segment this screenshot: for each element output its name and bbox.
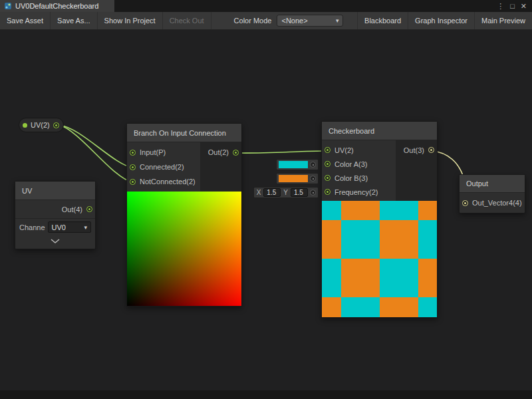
checkerboard-frequency-label: Frequency(2): [334, 188, 378, 196]
graph-inspector-toggle-button[interactable]: Graph Inspector: [408, 12, 474, 29]
frequency-y-label: Y: [283, 189, 289, 196]
checkerboard-node-preview: [322, 201, 437, 317]
window-menu-icon[interactable]: ⋮: [497, 3, 504, 10]
checker-cell: [322, 259, 341, 297]
checkerboard-uv-label: UV(2): [334, 146, 354, 154]
branch-node-inputs: Input(P) Connected(2) NotConnected(2): [127, 142, 200, 192]
main-preview-toggle-button[interactable]: Main Preview: [474, 12, 532, 29]
token-dot-icon: [23, 123, 27, 128]
output-input-row: Out_Vector4(4): [460, 193, 525, 213]
uv-node-title[interactable]: UV: [15, 182, 95, 200]
window-maximize-icon[interactable]: □: [510, 3, 515, 10]
color-mode-value: <None>: [281, 17, 307, 25]
checkerboard-out-port[interactable]: [428, 147, 434, 153]
checkerboard-color-b-label: Color B(3): [334, 174, 368, 182]
branch-input-p-label: Input(P): [140, 148, 166, 156]
checkerboard-uv-port[interactable]: [325, 147, 331, 153]
checker-cell: [341, 201, 380, 220]
asset-tab-title: UV0DefaultCheckerboard: [15, 2, 98, 10]
window-close-icon[interactable]: ✕: [521, 3, 527, 10]
shader-graph-asset-icon: [4, 2, 12, 10]
asset-tab[interactable]: UV0DefaultCheckerboard: [0, 0, 114, 12]
branch-notconnected-port[interactable]: [130, 179, 136, 185]
checker-cell: [418, 297, 437, 317]
uv-channel-row: Channe UV0 ▾: [15, 219, 95, 235]
uv-collapse-row[interactable]: [15, 235, 95, 249]
save-asset-button[interactable]: Save Asset: [0, 12, 51, 29]
window-titlebar: UV0DefaultCheckerboard ⋮ □ ✕: [0, 0, 532, 12]
color-b-control: [276, 173, 319, 184]
edge-uv-to-notconnected[interactable]: [59, 125, 132, 182]
checkerboard-input-row: Color B(3): [322, 171, 396, 185]
uv-token-output-port[interactable]: [53, 122, 59, 128]
collapse-chevron-icon: [49, 238, 61, 244]
color-b-knob-icon[interactable]: [310, 176, 316, 182]
checkerboard-input-row: UV(2): [322, 143, 396, 157]
uv-out-port[interactable]: [86, 206, 92, 212]
checkerboard-frequency-port[interactable]: [325, 189, 331, 195]
uv-output-row: Out(4): [15, 200, 95, 219]
checkerboard-input-row: Color A(3): [322, 157, 396, 171]
edge-uv-to-connected[interactable]: [59, 125, 132, 168]
checkerboard-node-inputs: UV(2) Color A(3) Color B(3) Frequency(2): [322, 140, 396, 201]
branch-out-port[interactable]: [233, 150, 239, 156]
blackboard-toggle-button[interactable]: Blackboard: [357, 12, 408, 29]
checker-cell: [322, 220, 341, 259]
checkerboard-output-row: Out(3): [396, 143, 437, 157]
checkerboard-out-label: Out(3): [404, 146, 424, 154]
checker-cell: [341, 220, 380, 259]
branch-node-title[interactable]: Branch On Input Connection: [127, 124, 241, 142]
branch-notconnected-label: NotConnected(2): [140, 178, 196, 186]
uv-node[interactable]: UV Out(4) Channe UV0 ▾: [15, 181, 96, 249]
frequency-x-label: X: [256, 189, 262, 196]
checker-cell: [341, 297, 380, 317]
color-mode-dropdown[interactable]: <None> ▾: [277, 15, 343, 27]
checker-cell: [380, 220, 418, 259]
uv-redirect-token[interactable]: UV(2): [19, 118, 64, 132]
frequency-knob-icon[interactable]: [310, 190, 316, 196]
checker-cell: [322, 297, 341, 317]
checker-cell: [418, 220, 437, 259]
color-a-knob-icon[interactable]: [310, 162, 316, 168]
branch-node-uv-preview: [127, 192, 241, 306]
frequency-y-field[interactable]: 1.5: [291, 188, 308, 197]
branch-out-label: Out(2): [208, 148, 229, 156]
graph-canvas[interactable]: UV(2) Branch On Input Connection Input(P…: [0, 31, 532, 399]
uv-channel-label: Channe: [19, 223, 45, 231]
output-node-title[interactable]: Output: [460, 175, 525, 193]
uv-channel-dropdown[interactable]: UV0 ▾: [48, 221, 91, 233]
checkerboard-color-a-port[interactable]: [325, 161, 331, 167]
branch-input-p-port[interactable]: [130, 150, 136, 156]
edge-branch-to-checkerboard[interactable]: [236, 151, 327, 153]
checkerboard-node[interactable]: Checkerboard UV(2) Color A(3) Color B(3): [321, 121, 438, 318]
toolbar-right-group: Blackboard Graph Inspector Main Preview: [357, 12, 532, 29]
color-a-swatch[interactable]: [279, 161, 308, 168]
checker-cell: [380, 297, 418, 317]
output-vector4-port[interactable]: [462, 200, 468, 206]
checker-cell: [380, 201, 418, 220]
checkerboard-node-title[interactable]: Checkerboard: [322, 122, 437, 140]
checker-cell: [322, 201, 341, 220]
window-bottom-edge: [0, 390, 532, 399]
checker-cell: [341, 259, 380, 297]
output-node[interactable]: Output Out_Vector4(4): [459, 174, 525, 213]
branch-connected-port[interactable]: [130, 164, 136, 170]
checkerboard-input-row: Frequency(2): [322, 185, 396, 199]
checkerboard-color-a-label: Color A(3): [334, 160, 368, 168]
branch-input-row: Connected(2): [127, 160, 200, 174]
branch-output-row: Out(2): [200, 145, 241, 160]
branch-on-input-connection-node[interactable]: Branch On Input Connection Input(P) Conn…: [126, 123, 242, 307]
uv-token-label: UV(2): [31, 121, 50, 129]
frequency-x-field[interactable]: 1.5: [263, 188, 281, 197]
show-in-project-button[interactable]: Show In Project: [98, 12, 163, 29]
save-as-button[interactable]: Save As...: [51, 12, 98, 29]
branch-input-row: NotConnected(2): [127, 174, 200, 189]
checkerboard-color-b-port[interactable]: [325, 175, 331, 181]
checkerboard-node-outputs: Out(3): [396, 140, 437, 201]
branch-input-row: Input(P): [127, 145, 200, 160]
dropdown-caret-icon: ▾: [336, 17, 339, 24]
color-b-swatch[interactable]: [279, 175, 308, 182]
checker-cell: [418, 259, 437, 297]
color-mode-label: Color Mode: [234, 17, 272, 25]
check-out-button: Check Out: [163, 12, 211, 29]
